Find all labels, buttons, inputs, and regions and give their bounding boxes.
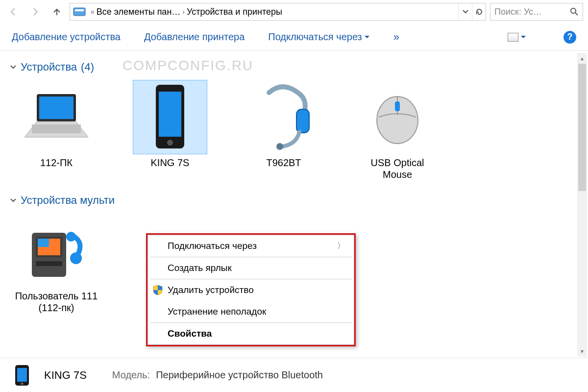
svg-rect-13 xyxy=(395,101,400,111)
arrow-left-icon xyxy=(9,7,19,17)
details-model: Модель: Периферийное устройство Bluetoot… xyxy=(112,369,323,381)
uac-shield-icon xyxy=(153,285,163,295)
svg-rect-22 xyxy=(17,368,27,382)
ctx-label: Свойства xyxy=(168,328,212,339)
address-box[interactable]: « Все элементы пан… › Устройства и принт… xyxy=(70,3,486,21)
ctx-label: Удалить устройство xyxy=(168,285,254,295)
device-item[interactable]: KING 7S xyxy=(128,80,212,180)
svg-rect-18 xyxy=(36,261,62,266)
device-label: KING 7S xyxy=(151,157,190,169)
chevron-right-icon: › xyxy=(180,8,187,16)
mouse-icon xyxy=(361,80,434,154)
ctx-properties[interactable]: Свойства xyxy=(148,323,354,344)
group-count: (4) xyxy=(81,61,94,74)
group-header-multimedia[interactable]: Устройства мульти xyxy=(10,194,578,207)
details-pane: KING 7S Модель: Периферийное устройство … xyxy=(0,358,588,392)
scroll-up-icon[interactable]: ▴ xyxy=(577,53,587,64)
chevron-down-icon xyxy=(462,8,469,15)
device-label: USB Optical Mouse xyxy=(356,157,439,180)
add-device-button[interactable]: Добавление устройства xyxy=(12,31,121,43)
device-item[interactable]: USB Optical Mouse xyxy=(356,80,439,180)
svg-rect-1 xyxy=(75,9,84,11)
group-title: Устройства xyxy=(21,61,77,74)
svg-rect-17 xyxy=(38,239,49,247)
devices-row: 112-ПК KING 7S T962BT xyxy=(15,80,578,180)
svg-rect-0 xyxy=(74,8,85,16)
nav-back-button[interactable] xyxy=(5,3,23,21)
svg-line-3 xyxy=(575,13,578,15)
address-row: « Все элементы пан… › Устройства и принт… xyxy=(0,0,588,24)
nav-up-button[interactable] xyxy=(48,3,66,21)
collapse-caret-icon xyxy=(10,197,17,204)
ctx-troubleshoot[interactable]: Устранение неполадок xyxy=(148,301,354,322)
scrollbar-thumb[interactable] xyxy=(578,64,586,191)
refresh-icon xyxy=(475,8,483,16)
context-menu: Подключаться через 〉 Создать ярлык Удали… xyxy=(146,233,356,346)
ctx-label: Подключаться через xyxy=(168,241,257,251)
svg-rect-10 xyxy=(296,109,309,133)
phone-icon xyxy=(11,364,33,387)
svg-rect-8 xyxy=(159,92,181,137)
device-label: T962BT xyxy=(266,157,301,169)
svg-rect-6 xyxy=(32,124,81,133)
ctx-create-shortcut[interactable]: Создать ярлык xyxy=(148,257,354,279)
device-item[interactable]: T962BT xyxy=(242,80,325,180)
ctx-connect-via[interactable]: Подключаться через 〉 xyxy=(148,235,354,257)
connect-via-label: Подключаться через xyxy=(268,31,362,43)
help-button[interactable]: ? xyxy=(564,31,576,44)
svg-rect-5 xyxy=(39,97,74,119)
search-placeholder: Поиск: Ус… xyxy=(494,7,542,17)
ctx-label: Создать ярлык xyxy=(168,263,232,273)
picture-icon xyxy=(508,33,518,42)
chevron-left-icon: « xyxy=(89,8,97,16)
content-pane: COMPCONFIG.RU Устройства (4) 112-ПК xyxy=(0,51,588,358)
device-item[interactable]: 112-ПК xyxy=(15,80,98,180)
control-panel-icon xyxy=(72,4,87,19)
ctx-label: Устранение неполадок xyxy=(168,306,266,317)
collapse-caret-icon xyxy=(10,64,17,71)
connect-via-button[interactable]: Подключаться через xyxy=(268,31,370,43)
address-history-dropdown[interactable] xyxy=(458,3,472,20)
device-label: Пользователь 111 (112-пк) xyxy=(15,290,98,314)
add-printer-button[interactable]: Добавление принтера xyxy=(144,31,245,43)
laptop-icon xyxy=(20,80,93,154)
svg-point-9 xyxy=(167,140,173,146)
phone-icon xyxy=(133,80,207,154)
group-title: Устройства мульти xyxy=(21,194,115,207)
toolbar-overflow-button[interactable]: » xyxy=(393,31,399,44)
nav-forward-button[interactable] xyxy=(26,3,44,21)
submenu-arrow-icon: 〉 xyxy=(337,241,345,251)
device-item[interactable]: Пользователь 111 (112-пк) xyxy=(15,214,98,314)
group-header-devices[interactable]: Устройства (4) xyxy=(10,61,578,74)
arrow-up-icon xyxy=(52,7,62,17)
svg-point-2 xyxy=(571,8,576,13)
details-model-value: Периферийное устройство Bluetooth xyxy=(156,369,323,381)
dropdown-caret-icon xyxy=(364,34,370,40)
ctx-remove-device[interactable]: Удалить устройство xyxy=(148,279,354,301)
svg-point-23 xyxy=(21,382,24,385)
device-label: 112-ПК xyxy=(40,157,73,169)
breadcrumb-root[interactable]: Все элементы пан… xyxy=(97,7,181,17)
address-refresh-button[interactable] xyxy=(472,3,486,20)
details-device-name: KING 7S xyxy=(44,369,87,382)
vertical-scrollbar[interactable]: ▴ ▾ xyxy=(577,53,587,357)
details-model-label: Модель: xyxy=(112,369,150,381)
search-icon xyxy=(570,7,579,16)
arrow-right-icon xyxy=(30,7,40,17)
svg-point-19 xyxy=(66,232,76,242)
svg-point-20 xyxy=(70,252,82,264)
scroll-down-icon[interactable]: ▾ xyxy=(577,346,587,357)
media-player-icon xyxy=(20,214,93,287)
search-input[interactable]: Поиск: Ус… xyxy=(490,3,583,21)
view-options-button[interactable] xyxy=(508,33,526,42)
bluetooth-headset-icon xyxy=(247,80,320,154)
dropdown-caret-icon xyxy=(520,34,526,40)
toolbar: Добавление устройства Добавление принтер… xyxy=(0,24,588,51)
breadcrumb-current[interactable]: Устройства и принтеры xyxy=(187,7,282,17)
svg-point-11 xyxy=(276,143,283,150)
